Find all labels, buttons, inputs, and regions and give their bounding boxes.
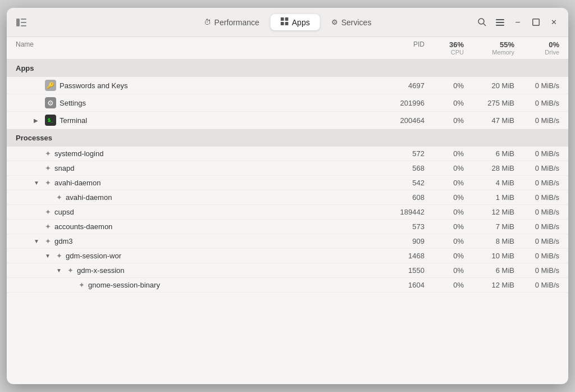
table-row: ✦ gnome-session-binary 1604 0% 12 MiB 0 … — [7, 278, 568, 293]
mem-passwords: 20 MiB — [464, 81, 514, 90]
tab-apps[interactable]: Apps — [271, 14, 320, 30]
drive-terminal: 0 MiB/s — [514, 116, 559, 125]
process-icon: ✦ — [45, 237, 51, 245]
mem-settings: 275 MiB — [464, 99, 514, 107]
drive-settings: 0 MiB/s — [514, 99, 559, 107]
svg-rect-10 — [496, 19, 504, 20]
search-button[interactable] — [474, 15, 490, 30]
svg-line-9 — [483, 24, 486, 26]
pid-settings: 201996 — [374, 99, 425, 107]
performance-icon: ⏱ — [204, 18, 211, 26]
group-header-processes: Processes — [7, 129, 568, 147]
svg-rect-11 — [496, 22, 504, 23]
svg-rect-3 — [21, 25, 26, 26]
minimize-button[interactable]: − — [510, 15, 526, 30]
svg-rect-5 — [285, 17, 289, 21]
row-name-avahi-daemon-child: ✦ avahi-daemon — [16, 193, 374, 202]
table-body: Apps 🔑 Passwords and Keys 4697 0% 20 MiB… — [7, 60, 568, 384]
table-row: ▼ ✦ gdm-x-session 1550 0% 6 MiB 0 MiB/s — [7, 263, 568, 278]
table-row: ▼ ✦ gdm3 909 0% 8 MiB 0 MiB/s — [7, 234, 568, 249]
group-label-processes: Processes — [16, 134, 374, 142]
process-icon: ✦ — [79, 281, 85, 289]
row-name-gnome-session: ✦ gnome-session-binary — [16, 281, 374, 289]
table-row: ✦ cupsd 189442 0% 12 MiB 0 MiB/s — [7, 205, 568, 220]
svg-rect-2 — [21, 22, 26, 23]
process-icon: ✦ — [45, 179, 51, 187]
tab-services[interactable]: ⚙ Services — [321, 15, 382, 30]
table-row: ✦ avahi-daemon 608 0% 1 MiB 0 MiB/s — [7, 190, 568, 205]
svg-rect-1 — [21, 19, 26, 20]
row-name-gdm3: ▼ ✦ gdm3 — [16, 237, 374, 245]
expand-gdm3-button[interactable]: ▼ — [34, 238, 42, 244]
services-icon: ⚙ — [331, 18, 338, 26]
svg-point-8 — [478, 19, 484, 24]
table-row: ▶ $_ Terminal 200464 0% 47 MiB 0 MiB/s — [7, 112, 568, 129]
keyring-icon: 🔑 — [45, 80, 56, 91]
cpu-passwords: 0% — [425, 81, 464, 90]
process-icon: ✦ — [56, 193, 62, 202]
window-controls: − ✕ — [474, 15, 562, 30]
titlebar: ⏱ Performance Apps ⚙ Services — [7, 8, 568, 37]
settings-app-icon: ⚙ — [45, 97, 56, 108]
col-header-name: Name — [16, 40, 374, 56]
table-row: ✦ systemd-logind 572 0% 6 MiB 0 MiB/s — [7, 147, 568, 161]
process-icon: ✦ — [45, 164, 51, 172]
table-header: Name PID 36% CPU 55% Memory 0% Drive — [7, 37, 568, 60]
tab-bar: ⏱ Performance Apps ⚙ Services — [194, 14, 382, 30]
close-button[interactable]: ✕ — [546, 15, 562, 30]
svg-rect-6 — [281, 22, 284, 25]
table-row: ▼ ✦ avahi-daemon 542 0% 4 MiB 0 MiB/s — [7, 176, 568, 190]
table-row: ✦ accounts-daemon 573 0% 7 MiB 0 MiB/s — [7, 220, 568, 234]
content-area: Name PID 36% CPU 55% Memory 0% Drive App… — [7, 37, 568, 384]
col-header-memory: 55% Memory — [464, 40, 514, 56]
menu-button[interactable] — [492, 15, 508, 30]
svg-rect-0 — [16, 19, 20, 26]
row-name-gdm-x-session: ▼ ✦ gdm-x-session — [16, 266, 374, 275]
pid-terminal: 200464 — [374, 116, 425, 125]
process-icon: ✦ — [56, 252, 62, 260]
process-icon: ✦ — [45, 222, 51, 231]
svg-rect-7 — [285, 22, 289, 25]
cpu-settings: 0% — [425, 99, 464, 107]
table-row: ▼ ✦ gdm-session-wor 1468 0% 10 MiB 0 MiB… — [7, 249, 568, 263]
col-header-drive: 0% Drive — [514, 40, 559, 56]
group-header-apps: Apps — [7, 60, 568, 77]
mem-terminal: 47 MiB — [464, 116, 514, 125]
process-icon: ✦ — [45, 208, 51, 216]
row-name-passwords: 🔑 Passwords and Keys — [16, 80, 374, 91]
svg-rect-13 — [532, 19, 539, 26]
cpu-terminal: 0% — [425, 116, 464, 125]
row-name-snapd: ✦ snapd — [16, 164, 374, 172]
row-name-settings: ⚙ Settings — [16, 97, 374, 108]
group-label-apps: Apps — [16, 64, 374, 72]
col-header-cpu: 36% CPU — [425, 40, 464, 56]
row-name-avahi-daemon: ▼ ✦ avahi-daemon — [16, 179, 374, 187]
terminal-icon: $_ — [45, 115, 56, 126]
expand-terminal-button[interactable]: ▶ — [34, 117, 42, 124]
apps-icon — [281, 17, 289, 27]
table-row: 🔑 Passwords and Keys 4697 0% 20 MiB 0 Mi… — [7, 77, 568, 94]
col-header-pid: PID — [374, 40, 425, 56]
expand-gdm-x-button[interactable]: ▼ — [56, 267, 64, 274]
row-name-accounts-daemon: ✦ accounts-daemon — [16, 222, 374, 231]
maximize-button[interactable] — [528, 15, 544, 30]
table-row: ✦ snapd 568 0% 28 MiB 0 MiB/s — [7, 161, 568, 176]
row-name-gdm-session-wor: ▼ ✦ gdm-session-wor — [16, 252, 374, 260]
svg-rect-12 — [496, 25, 504, 26]
sidebar-toggle-button[interactable] — [13, 15, 29, 30]
row-name-systemd-logind: ✦ systemd-logind — [16, 149, 374, 158]
table-row: ⚙ Settings 201996 0% 275 MiB 0 MiB/s — [7, 94, 568, 112]
main-window: ⏱ Performance Apps ⚙ Services — [7, 8, 568, 384]
row-name-cupsd: ✦ cupsd — [16, 208, 374, 216]
row-name-terminal: ▶ $_ Terminal — [16, 115, 374, 126]
svg-rect-4 — [281, 17, 284, 21]
process-icon: ✦ — [67, 266, 74, 275]
expand-avahi-button[interactable]: ▼ — [34, 180, 42, 186]
tab-performance[interactable]: ⏱ Performance — [194, 15, 270, 30]
pid-passwords: 4697 — [374, 81, 425, 90]
drive-passwords: 0 MiB/s — [514, 81, 559, 90]
expand-gdm-session-button[interactable]: ▼ — [45, 253, 53, 259]
process-icon: ✦ — [45, 149, 51, 158]
